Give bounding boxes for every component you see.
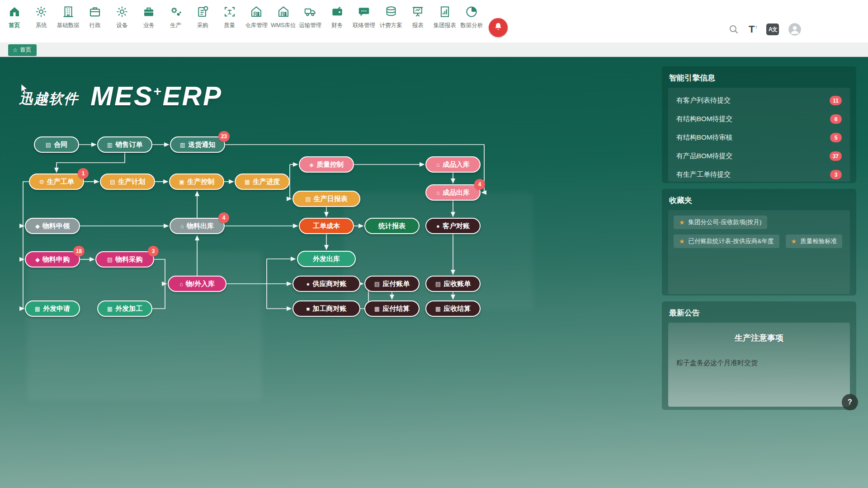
flow-node-processor-reconciliation[interactable]: ■加工商对账 (292, 300, 360, 317)
report-icon (438, 5, 452, 19)
nav-item-equipment[interactable]: 设备 (108, 5, 136, 29)
favorites-panel-title: 收藏夹 (669, 195, 849, 206)
flow-node-label: 成品入库 (443, 160, 470, 169)
flow-node-label: 物料出库 (187, 222, 214, 230)
help-button[interactable]: ? (842, 394, 858, 410)
translate-icon[interactable]: A文 (766, 23, 779, 35)
flow-node-production-daily-report[interactable]: ▤生产日报表 (292, 191, 360, 207)
flow-node-material-purchasing[interactable]: ▤物料采购3 (95, 251, 154, 267)
nav-item-reports[interactable]: 报表 (405, 5, 432, 29)
engine-item[interactable]: 有结构BOM待审核5 (670, 128, 848, 147)
flow-node-quality-control[interactable]: ◈质量控制 (299, 156, 354, 173)
flow-node-label: 供应商对账 (312, 280, 346, 288)
house-icon: ⌂ (179, 281, 183, 287)
nav-item-purchasing[interactable]: 采购 (189, 5, 217, 29)
nav-item-wms-location[interactable]: WMS库位 (270, 5, 297, 29)
flow-node-material-request[interactable]: ◆物料申领 (25, 218, 80, 234)
gear-icon (115, 5, 129, 19)
flow-node-outsource-request[interactable]: ▦外发申请 (25, 300, 80, 317)
favorite-item[interactable]: ★质量检验标准 (786, 235, 843, 248)
nav-item-home[interactable]: 首页 (1, 5, 28, 29)
notification-bell-button[interactable] (489, 18, 508, 37)
flow-node-outsource-out[interactable]: 外发出库 (297, 251, 356, 267)
nav-item-label: 计费方案 (380, 22, 402, 29)
flow-node-sales-order[interactable]: ▥销售订单 (97, 136, 152, 153)
engine-item[interactable]: 有产品BOM待提交37 (670, 147, 848, 165)
user-avatar[interactable] (788, 23, 802, 36)
building-icon (61, 5, 75, 19)
nav-item-billing-plan[interactable]: 计费方案 (377, 5, 405, 29)
flow-node-material-purchase-request[interactable]: ◆物料申购18 (25, 251, 80, 267)
flow-node-delivery-notice[interactable]: ▥送货通知23 (170, 136, 225, 153)
search-icon[interactable] (728, 23, 740, 35)
favorite-item[interactable]: ★集团分公司-应收款项(按月) (674, 216, 767, 229)
engine-item-text: 有结构BOM待审核 (676, 133, 732, 142)
flow-node-contract[interactable]: ▤合同 (34, 136, 79, 153)
nav-item-base-data[interactable]: 基础数据 (55, 5, 82, 29)
nav-item-label: WMS库位 (271, 22, 296, 29)
flow-node-outsource-processing[interactable]: ▦外发加工 (97, 300, 152, 317)
nav-item-finance[interactable]: 财务 (324, 5, 351, 29)
nav-item-transport-mgmt[interactable]: 运输管理 (297, 5, 324, 29)
flow-node-material-external-in[interactable]: ⌂物/外入库 (168, 276, 226, 292)
quality-icon: ◈ (309, 161, 314, 168)
flow-node-production-order[interactable]: ⚙生产工单1 (29, 174, 84, 190)
doc-icon: ▤ (305, 196, 311, 202)
flow-node-finished-goods-out[interactable]: ⌂成品出库4 (425, 184, 481, 201)
notice-post-title: 生产注意事项 (676, 333, 842, 343)
tab-home[interactable]: ☆ 首页 (8, 44, 37, 56)
house-icon: ⌂ (436, 189, 440, 196)
nav-item-production[interactable]: 生产 (162, 5, 189, 29)
font-size-icon[interactable]: T↑ (749, 23, 757, 35)
flow-node-payable-settlement[interactable]: ▦应付结算 (364, 300, 420, 317)
flow-node-label: 物料申领 (42, 222, 70, 230)
flow-node-label: 加工商对账 (312, 305, 346, 313)
flow-node-production-control[interactable]: ▣生产控制 (169, 174, 224, 190)
nav-item-label: 集团报表 (434, 22, 456, 29)
engine-item[interactable]: 有结构BOM待提交6 (670, 110, 848, 128)
warehouse-icon (249, 5, 264, 19)
nav-item-label: 设备 (116, 22, 127, 29)
nav-item-system[interactable]: 系统 (28, 5, 55, 29)
flow-node-label: 生产计划 (118, 178, 145, 186)
presentation-icon (410, 5, 425, 19)
flow-node-receivable-settlement[interactable]: ▦应收结算 (425, 300, 481, 317)
nav-item-quality[interactable]: 质量 (216, 5, 243, 29)
gear-icon (34, 5, 48, 19)
nav-item-label: 业务 (143, 22, 155, 29)
flow-node-label: 应付账单 (382, 280, 410, 288)
doc-icon: ▤ (46, 141, 51, 148)
count-badge: 18 (73, 246, 85, 257)
favorite-item[interactable]: ★已付账款统计表-按供应商&年度 (674, 235, 779, 248)
flow-node-production-progress[interactable]: ▦生产进度 (235, 174, 290, 190)
flow-node-receivable-bill[interactable]: ▤应收账单 (425, 276, 481, 292)
engine-item-text: 有生产工单待提交 (676, 170, 731, 179)
engine-item[interactable]: 有生产工单待提交3 (670, 165, 848, 184)
favorites-panel: 收藏夹 ★集团分公司-应收款项(按月)★已付账款统计表-按供应商&年度★质量检验… (662, 189, 856, 296)
star-icon: ★ (679, 238, 685, 245)
wallet-icon (330, 5, 344, 19)
flow-node-finished-goods-in[interactable]: ⌂成品入库 (425, 156, 481, 173)
mouse-cursor (21, 84, 29, 96)
nav-item-admin[interactable]: 行政 (82, 5, 109, 29)
nav-item-business[interactable]: 业务 (136, 5, 163, 29)
nav-item-label: 质量 (224, 22, 235, 29)
nav-item-data-analysis[interactable]: 数据分析 (458, 5, 486, 29)
flow-node-payable-bill[interactable]: ▤应付账单 (364, 276, 420, 292)
flow-node-material-out[interactable]: ⌂物料出库4 (170, 218, 225, 234)
flow-node-production-plan[interactable]: ▤生产计划 (100, 174, 155, 190)
flow-node-statistics-report[interactable]: 统计报表 (364, 218, 420, 234)
flow-node-customer-reconciliation[interactable]: ●客户对账 (425, 218, 481, 234)
nav-item-contact-mgmt[interactable]: 联络管理 (351, 5, 378, 29)
nav-item-warehouse-mgmt[interactable]: 仓库管理 (243, 5, 270, 29)
flow-node-supplier-reconciliation[interactable]: ●供应商对账 (292, 276, 360, 292)
hero-logo: 迅越软件 MES+ERP (19, 84, 222, 108)
flow-node-label: 物料申购 (42, 255, 70, 264)
nav-item-label: 财务 (331, 22, 343, 29)
flow-node-label: 外发出库 (313, 255, 340, 263)
card-icon: ▦ (435, 305, 441, 312)
engine-item[interactable]: 有客户列表待提交11 (670, 91, 848, 110)
nav-item-group-reports[interactable]: 集团报表 (431, 5, 458, 29)
doc-icon: ▤ (435, 281, 441, 287)
flow-node-work-order-cost[interactable]: 工单成本 (299, 218, 354, 234)
